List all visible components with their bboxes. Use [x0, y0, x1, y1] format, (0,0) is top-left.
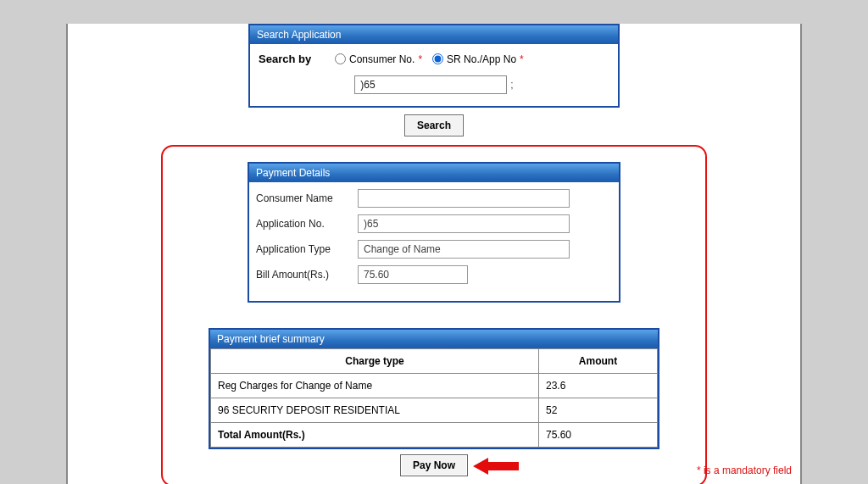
- detail-field-row: Application Type: [256, 240, 612, 259]
- summary-col-amount: Amount: [539, 349, 658, 374]
- pay-now-button[interactable]: Pay Now: [400, 454, 468, 476]
- payment-summary-title: Payment brief summary: [210, 330, 658, 348]
- payment-highlight-box: Payment Details Consumer NameApplication…: [161, 145, 707, 484]
- summary-col-charge: Charge type: [211, 349, 539, 374]
- mandatory-field-note: * is a mandatory field: [697, 465, 792, 476]
- search-panel-body: Search by Consumer No.* SR No./App No* ;: [250, 44, 618, 106]
- total-label-cell: Total Amount(Rs.): [211, 423, 539, 448]
- radio-consumer-no[interactable]: Consumer No.*: [335, 53, 422, 65]
- required-mark-2: *: [520, 53, 524, 65]
- detail-field-label: Application Type: [256, 243, 358, 255]
- detail-field-input[interactable]: [358, 189, 570, 208]
- total-row: Total Amount(Rs.)75.60: [211, 423, 658, 448]
- search-button[interactable]: Search: [404, 114, 464, 136]
- pay-now-row: Pay Now: [175, 454, 693, 476]
- charge-cell: 96 SECURITY DEPOSIT RESIDENTIAL: [211, 398, 539, 423]
- amount-cell: 23.6: [539, 374, 658, 398]
- amount-cell: 52: [539, 398, 658, 423]
- search-input-row: ;: [259, 75, 609, 94]
- charge-cell: Reg Charges for Change of Name: [211, 374, 539, 398]
- page-container: Search Application Search by Consumer No…: [66, 24, 802, 484]
- table-row: 96 SECURITY DEPOSIT RESIDENTIAL52: [211, 398, 658, 423]
- search-by-label: Search by: [259, 53, 335, 65]
- total-amount-cell: 75.60: [539, 423, 658, 448]
- detail-field-row: Consumer Name: [256, 189, 612, 208]
- detail-field-input[interactable]: [358, 265, 468, 284]
- summary-table: Charge type Amount Reg Charges for Chang…: [210, 348, 658, 448]
- radio-sr-app-no-input[interactable]: [432, 53, 443, 64]
- table-row: Reg Charges for Change of Name23.6: [211, 374, 658, 398]
- detail-field-row: Bill Amount(Rs.): [256, 265, 612, 284]
- payment-details-panel: Payment Details Consumer NameApplication…: [248, 162, 620, 303]
- search-radio-group: Consumer No.* SR No./App No*: [335, 53, 529, 65]
- payment-summary-panel: Payment brief summary Charge type Amount…: [209, 328, 659, 449]
- detail-field-label: Consumer Name: [256, 192, 358, 204]
- search-button-row: Search: [68, 114, 800, 136]
- payment-details-title: Payment Details: [249, 164, 619, 182]
- radio-consumer-no-input[interactable]: [335, 53, 346, 64]
- search-panel-title: Search Application: [250, 25, 618, 44]
- arrow-left-icon: [473, 456, 519, 476]
- search-by-row: Search by Consumer No.* SR No./App No*: [259, 53, 609, 65]
- radio-sr-app-no[interactable]: SR No./App No*: [432, 53, 524, 65]
- detail-field-label: Bill Amount(Rs.): [256, 269, 358, 281]
- detail-field-label: Application No.: [256, 218, 358, 230]
- search-application-panel: Search Application Search by Consumer No…: [248, 24, 620, 108]
- detail-field-row: Application No.: [256, 214, 612, 233]
- required-mark-1: *: [418, 53, 422, 65]
- summary-header-row: Charge type Amount: [211, 349, 658, 374]
- radio-sr-app-no-label: SR No./App No: [447, 53, 516, 65]
- search-input[interactable]: [354, 75, 507, 94]
- detail-field-input[interactable]: [358, 214, 570, 233]
- radio-consumer-no-label: Consumer No.: [349, 53, 415, 65]
- detail-field-input[interactable]: [358, 240, 570, 259]
- payment-details-body: Consumer NameApplication No.Application …: [249, 182, 619, 301]
- trailing-semicolon: ;: [510, 79, 513, 91]
